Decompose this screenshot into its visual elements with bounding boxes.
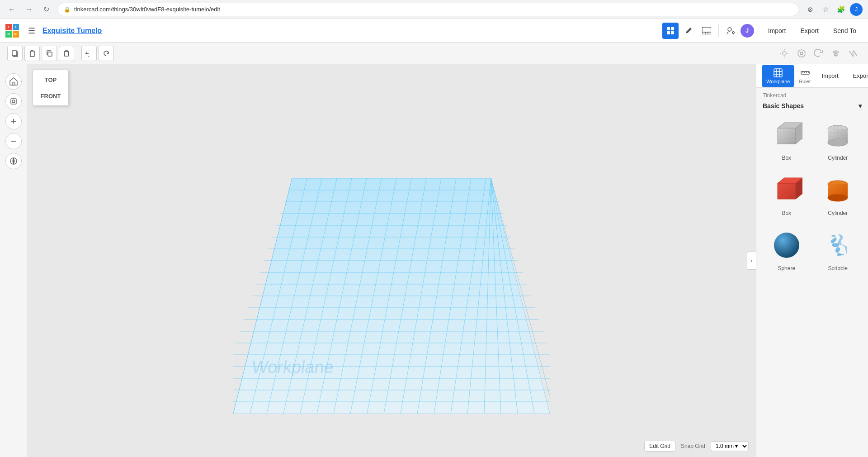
canvas-area[interactable]: TOP FRONT <box>27 64 756 457</box>
svg-point-31 <box>12 100 15 103</box>
compass-button[interactable] <box>5 153 22 169</box>
shape-preview-box-red <box>769 172 805 208</box>
undo-button[interactable] <box>81 46 97 61</box>
extensions-icon-btn[interactable]: 🧩 <box>835 3 847 16</box>
edit-grid-button[interactable]: Edit Grid <box>644 441 675 452</box>
cast-icon-btn[interactable]: ⊗ <box>804 3 816 16</box>
home-view-button[interactable] <box>5 73 22 90</box>
shape-label-cylinder-gray: Cylinder <box>828 155 848 161</box>
reload-button[interactable]: ↻ <box>40 3 52 16</box>
bottom-bar: Edit Grid Snap Grid 1.0 mm ▾ 0.5 mm 2.0 … <box>644 441 749 452</box>
shape-item-scribble[interactable]: Scribble <box>814 224 862 275</box>
browser-bar: ← → ↻ 🔒 tinkercad.com/things/30wIt0vwdF8… <box>0 0 868 19</box>
svg-rect-30 <box>11 99 16 104</box>
workplane-container: Workplane <box>233 178 550 414</box>
logo-grid: T I N K <box>5 24 19 38</box>
redo-button[interactable] <box>99 46 114 61</box>
svg-point-8 <box>728 28 731 31</box>
fit-view-button[interactable] <box>5 93 22 109</box>
view-cube[interactable]: TOP FRONT <box>33 70 69 106</box>
copy-button[interactable] <box>7 46 23 61</box>
hamburger-button[interactable]: ☰ <box>24 24 39 38</box>
svg-marker-36 <box>13 158 14 164</box>
rotate-button[interactable] <box>811 46 826 61</box>
workplane-tab[interactable]: Workplane <box>762 65 794 87</box>
export-button[interactable]: Export <box>794 24 825 37</box>
shape-preview-scribble <box>820 227 856 263</box>
svg-rect-2 <box>667 31 670 34</box>
right-panel-toolbar: Workplane Ruler Import Export Send T <box>756 64 868 88</box>
add-user-button[interactable] <box>722 23 739 39</box>
shape-label-scribble: Scribble <box>828 265 848 271</box>
svg-rect-29 <box>12 83 15 85</box>
shape-item-cylinder-orange[interactable]: Cylinder <box>814 168 862 220</box>
delete-button[interactable] <box>59 46 74 61</box>
grid-view-button[interactable] <box>662 23 679 39</box>
shapes-section: Tinkercad Basic Shapes ▾ <box>756 88 868 457</box>
ruler-tab-label: Ruler <box>799 79 811 84</box>
category-header: Tinkercad <box>761 92 863 99</box>
svg-rect-78 <box>774 69 782 77</box>
category-title[interactable]: Basic Shapes ▾ <box>761 100 863 111</box>
bookmark-icon-btn[interactable]: ☆ <box>819 3 832 16</box>
logo-k: K <box>13 31 19 38</box>
tinkercad-logo[interactable]: T I N K <box>5 24 19 38</box>
browser-icons: ⊗ ☆ 🧩 J <box>804 3 863 16</box>
workplane-grid-svg: Workplane <box>233 178 550 414</box>
duplicate-button[interactable] <box>42 46 57 61</box>
toolbar-right: J Import Export Send To <box>662 23 863 39</box>
forward-button[interactable]: → <box>23 3 35 16</box>
back-button[interactable]: ← <box>5 3 18 16</box>
import-button[interactable]: Import <box>762 24 793 37</box>
zoom-in-button[interactable] <box>5 113 22 129</box>
mirror-button[interactable] <box>845 46 861 61</box>
shape-label-cylinder-orange: Cylinder <box>828 210 848 216</box>
gallery-button[interactable] <box>698 23 715 39</box>
svg-marker-88 <box>778 128 796 144</box>
address-bar[interactable]: 🔒 tinkercad.com/things/30wIt0vwdF8-exqui… <box>57 3 799 16</box>
app-container: T I N K ☰ Exquisite Tumelo <box>0 19 868 457</box>
svg-point-18 <box>783 52 786 55</box>
ruler-tab[interactable]: Ruler <box>794 65 815 87</box>
shape-item-box-gray[interactable]: Box <box>763 113 811 165</box>
shapes-category: Tinkercad Basic Shapes ▾ <box>761 92 863 277</box>
svg-rect-0 <box>667 27 670 30</box>
profile-circle[interactable]: J <box>850 3 863 16</box>
action-toolbar-right <box>777 46 861 61</box>
edit-button[interactable] <box>680 23 697 39</box>
svg-point-116 <box>774 233 799 258</box>
shape-item-cylinder-gray[interactable]: Cylinder <box>814 113 862 165</box>
svg-rect-3 <box>671 31 674 34</box>
snap-grid-select[interactable]: 1.0 mm ▾ 0.5 mm 2.0 mm <box>711 441 749 451</box>
project-title[interactable]: Exquisite Tumelo <box>42 27 102 35</box>
paste-button[interactable] <box>24 46 40 61</box>
svg-text:Workplane: Workplane <box>250 357 335 376</box>
snap-grid-label: Snap Grid <box>681 443 705 449</box>
cube-face[interactable]: TOP FRONT <box>33 70 69 106</box>
shape-preview-box-gray <box>769 117 805 153</box>
shape-item-sphere-blue[interactable]: Sphere <box>763 224 811 275</box>
shape-label-box-red: Box <box>782 210 791 216</box>
shape-preview-sphere-blue <box>769 227 805 263</box>
svg-rect-1 <box>671 27 674 30</box>
workplane-tab-label: Workplane <box>766 79 790 84</box>
panel-collapse-button[interactable]: › <box>747 252 756 270</box>
user-avatar[interactable]: J <box>741 24 754 38</box>
shape-tool-button[interactable] <box>794 46 809 61</box>
import-panel-button[interactable]: Import <box>816 67 845 86</box>
left-tools-panel <box>0 64 27 457</box>
cube-front-label: FRONT <box>41 88 61 104</box>
svg-marker-110 <box>778 183 796 199</box>
export-panel-button[interactable]: Export <box>847 67 868 86</box>
svg-rect-15 <box>12 51 17 56</box>
zoom-out-button[interactable] <box>5 133 22 149</box>
send-to-button[interactable]: Send To <box>827 24 863 37</box>
shape-item-box-red[interactable]: Box <box>763 168 811 220</box>
cube-top-label: TOP <box>33 72 68 88</box>
chevron-down-icon: ▾ <box>859 102 862 109</box>
action-toolbar <box>0 43 868 64</box>
logo-n: N <box>5 31 12 38</box>
light-button[interactable] <box>777 46 792 61</box>
logo-i: I <box>13 24 19 31</box>
align-button[interactable] <box>828 46 844 61</box>
